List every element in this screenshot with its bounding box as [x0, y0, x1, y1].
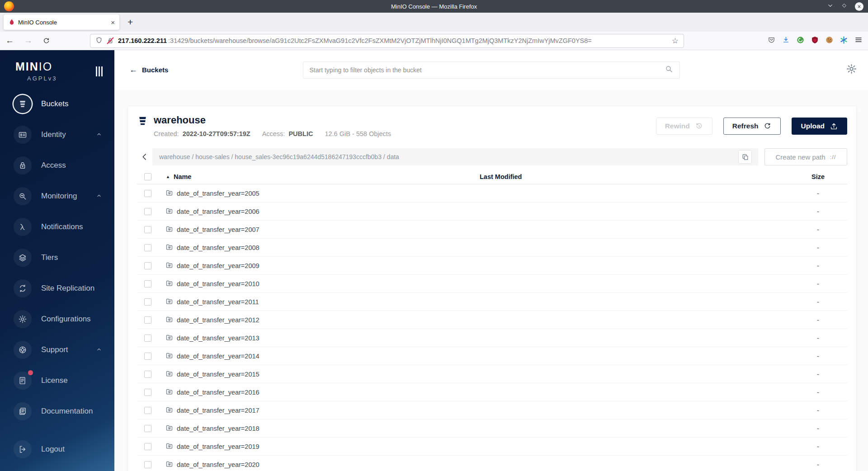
chevron-up-icon[interactable]: [96, 345, 102, 354]
create-new-path-button[interactable]: Create new path ://: [764, 148, 847, 165]
sidebar-item-logout[interactable]: Logout: [0, 434, 114, 465]
extension-green-icon[interactable]: [797, 36, 804, 46]
upload-button[interactable]: Upload: [792, 118, 847, 135]
table-row[interactable]: date_of_transfer_year=2011 -: [137, 293, 847, 311]
nav-reload-button[interactable]: [42, 37, 50, 45]
table-row[interactable]: date_of_transfer_year=2017 -: [137, 401, 847, 419]
row-checkbox[interactable]: [144, 425, 151, 432]
table-row[interactable]: date_of_transfer_year=2020 -: [137, 456, 847, 471]
table-row[interactable]: date_of_transfer_year=2009 -: [137, 257, 847, 275]
object-name[interactable]: date_of_transfer_year=2020: [177, 461, 259, 468]
object-name[interactable]: date_of_transfer_year=2007: [177, 226, 259, 233]
nav-back-button[interactable]: ←: [5, 36, 14, 46]
table-row[interactable]: date_of_transfer_year=2015 -: [137, 365, 847, 383]
pocket-icon[interactable]: [768, 36, 775, 46]
object-name[interactable]: date_of_transfer_year=2009: [177, 262, 259, 269]
asterisk-extension-icon[interactable]: [840, 36, 848, 46]
sidebar-item-tiers[interactable]: Tiers: [0, 242, 114, 273]
table-row[interactable]: date_of_transfer_year=2010 -: [137, 275, 847, 293]
object-name[interactable]: date_of_transfer_year=2008: [177, 244, 259, 251]
search-input[interactable]: [310, 66, 665, 74]
insecure-lock-icon[interactable]: [107, 37, 114, 44]
chevron-up-icon[interactable]: [96, 130, 102, 139]
table-row[interactable]: date_of_transfer_year=2018 -: [137, 419, 847, 438]
search-icon: [665, 65, 673, 75]
row-checkbox[interactable]: [144, 407, 151, 414]
ublock-origin-icon[interactable]: [811, 36, 819, 46]
settings-gear-button[interactable]: [846, 63, 857, 76]
row-checkbox[interactable]: [144, 334, 151, 342]
table-row[interactable]: date_of_transfer_year=2008 -: [137, 239, 847, 257]
sidebar-item-support[interactable]: Support: [0, 334, 114, 365]
table-row[interactable]: date_of_transfer_year=2006 -: [137, 203, 847, 221]
tab-minio-console[interactable]: MinIO Console ×: [4, 14, 119, 30]
row-checkbox[interactable]: [144, 353, 151, 360]
row-checkbox[interactable]: [144, 443, 151, 450]
row-checkbox[interactable]: [144, 316, 151, 324]
object-name[interactable]: date_of_transfer_year=2006: [177, 208, 259, 215]
chevron-up-icon[interactable]: [96, 192, 102, 201]
sidebar-item-monitoring[interactable]: Monitoring: [0, 181, 114, 212]
size-column-header[interactable]: Size: [768, 173, 847, 180]
row-checkbox[interactable]: [144, 389, 151, 396]
select-all-checkbox[interactable]: [144, 173, 151, 180]
row-checkbox[interactable]: [144, 244, 151, 251]
nav-forward-button[interactable]: →: [24, 36, 33, 46]
cookie-extension-icon[interactable]: [826, 36, 833, 46]
window-maximize-button[interactable]: [841, 2, 847, 10]
sidebar-item-buckets[interactable]: Buckets: [0, 89, 114, 119]
object-name[interactable]: date_of_transfer_year=2010: [177, 280, 259, 287]
bookmark-star-icon[interactable]: ☆: [672, 36, 679, 46]
tab-close-icon[interactable]: ×: [111, 19, 115, 26]
menu-hamburger-icon[interactable]: [854, 36, 863, 46]
breadcrumb-back-button[interactable]: [137, 148, 152, 165]
table-row[interactable]: date_of_transfer_year=2005 -: [137, 184, 847, 203]
new-tab-button[interactable]: +: [127, 17, 133, 28]
rewind-button[interactable]: Rewind: [656, 118, 712, 135]
row-checkbox[interactable]: [144, 371, 151, 378]
row-checkbox[interactable]: [144, 208, 151, 215]
window-minimize-button[interactable]: [827, 2, 834, 11]
object-filter-search[interactable]: [303, 61, 680, 79]
sidebar-item-identity[interactable]: Identity: [0, 119, 114, 150]
sidebar-item-access[interactable]: Access: [0, 150, 114, 181]
url-bar[interactable]: 217.160.222.211:31429/buckets/warehouse/…: [90, 34, 684, 48]
row-checkbox[interactable]: [144, 298, 151, 306]
sidebar-item-documentation[interactable]: Documentation: [0, 396, 114, 427]
table-row[interactable]: date_of_transfer_year=2007 -: [137, 221, 847, 239]
sidebar-item-site-replication[interactable]: Site Replication: [0, 273, 114, 304]
refresh-button[interactable]: Refresh: [723, 118, 781, 135]
copy-path-button[interactable]: [738, 150, 752, 164]
object-name[interactable]: date_of_transfer_year=2017: [177, 407, 259, 414]
object-name[interactable]: date_of_transfer_year=2016: [177, 389, 259, 396]
table-row[interactable]: date_of_transfer_year=2019 -: [137, 438, 847, 456]
object-name[interactable]: date_of_transfer_year=2005: [177, 190, 259, 197]
downloads-icon[interactable]: [782, 36, 790, 46]
row-checkbox[interactable]: [144, 280, 151, 287]
object-name[interactable]: date_of_transfer_year=2014: [177, 353, 259, 360]
object-name[interactable]: date_of_transfer_year=2012: [177, 316, 259, 324]
table-row[interactable]: date_of_transfer_year=2016 -: [137, 383, 847, 401]
window-close-button[interactable]: [855, 2, 863, 11]
buckets-back-link[interactable]: ← Buckets: [129, 65, 168, 75]
name-column-header[interactable]: Name: [174, 173, 192, 180]
object-name[interactable]: date_of_transfer_year=2015: [177, 371, 259, 378]
last-modified-column-header[interactable]: Last Modified: [474, 173, 768, 180]
row-checkbox[interactable]: [144, 262, 151, 269]
table-row[interactable]: date_of_transfer_year=2012 -: [137, 311, 847, 329]
sidebar-item-license[interactable]: License: [0, 365, 114, 396]
table-row[interactable]: date_of_transfer_year=2014 -: [137, 347, 847, 365]
object-name[interactable]: date_of_transfer_year=2019: [177, 443, 259, 450]
object-name[interactable]: date_of_transfer_year=2013: [177, 334, 259, 342]
row-checkbox[interactable]: [144, 190, 151, 197]
object-name[interactable]: date_of_transfer_year=2018: [177, 425, 259, 432]
row-checkbox[interactable]: [144, 226, 151, 233]
sidebar-item-configurations[interactable]: Configurations: [0, 304, 114, 334]
row-checkbox[interactable]: [144, 461, 151, 468]
table-row[interactable]: date_of_transfer_year=2013 -: [137, 329, 847, 347]
sort-asc-icon[interactable]: ▲: [166, 174, 170, 179]
object-name[interactable]: date_of_transfer_year=2011: [177, 298, 259, 306]
tracking-shield-icon[interactable]: [95, 37, 103, 45]
sidebar-item-notifications[interactable]: Notifications: [0, 212, 114, 242]
sidebar-collapse-icon[interactable]: [96, 66, 103, 76]
